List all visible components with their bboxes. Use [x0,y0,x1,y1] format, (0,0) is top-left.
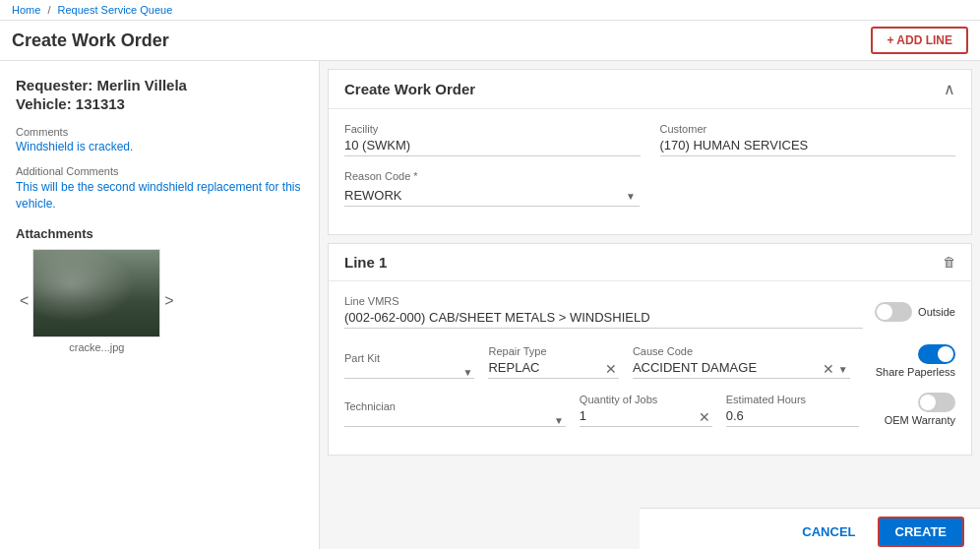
work-order-section-body: Facility 10 (SWKM) Customer (170) HUMAN … [329,109,971,234]
vmrs-label: Line VMRS [344,295,863,307]
reason-code-select[interactable]: REWORK WARRANTY RECALL [344,185,640,207]
create-button[interactable]: CREATE [878,517,964,547]
comments-label: Comments [16,126,303,138]
share-paperless-toggle-group: Share Paperless [876,344,955,379]
breadcrumb-separator: / [47,4,53,16]
facility-label: Facility [344,123,641,135]
add-line-button[interactable]: + ADD LINE [871,27,968,54]
reason-code-row: Reason Code * REWORK WARRANTY RECALL [344,170,955,207]
part-kit-dropdown-button[interactable]: ▼ [461,367,475,378]
estimated-hours-field: 0.6 [726,408,859,427]
work-order-section: Create Work Order ∧ Facility 10 (SWKM) C… [328,69,972,235]
oem-warranty-toggle[interactable] [918,393,955,412]
technician-field: ▼ [344,415,566,427]
main-content: Requester: Merlin Villela Vehicle: 13131… [0,61,980,549]
repair-type-value: REPLAC [488,360,602,378]
technician-label: Technician [344,400,566,412]
fields-row-1: Part Kit ▼ Repair Type REPLAC ✕ [344,344,955,379]
technician-value [344,419,552,422]
vmrs-group: Line VMRS (002-062-000) CAB/SHEET METALS… [344,295,863,329]
right-wrapper: Create Work Order ∧ Facility 10 (SWKM) C… [320,61,980,549]
quantity-value: 1 [580,408,697,426]
facility-value: 10 (SWKM) [344,138,641,156]
cause-code-value: ACCIDENT DAMAGE [633,360,821,378]
comments-text: Windshield is cracked. [16,140,303,153]
estimated-hours-label: Estimated Hours [726,394,859,405]
share-paperless-label: Share Paperless [876,366,955,379]
part-kit-group: Part Kit ▼ [344,352,474,379]
customer-value: (170) HUMAN SERVICES [660,138,956,156]
reason-code-select-wrapper: REWORK WARRANTY RECALL [344,185,640,207]
quantity-group: Quantity of Jobs 1 ✕ [580,394,712,427]
cause-code-group: Cause Code ACCIDENT DAMAGE ✕ ▼ [633,345,850,379]
breadcrumb: Home / Request Service Queue [0,0,980,21]
oem-warranty-toggle-group: OEM Warranty [885,393,955,427]
reason-code-label: Reason Code * [344,170,640,182]
breadcrumb-home[interactable]: Home [12,4,40,16]
attachment-thumbnail [32,249,160,337]
attachments-label: Attachments [16,226,303,241]
technician-dropdown-button[interactable]: ▼ [552,415,566,426]
footer: CANCEL CREATE [640,508,980,549]
page-header: Create Work Order + ADD LINE [0,21,980,61]
line-header: Line 1 🗑 [329,244,971,281]
collapse-button[interactable]: ∧ [944,80,955,98]
attachment-thumbnail-wrapper: cracke...jpg [32,249,160,353]
repair-type-label: Repair Type [488,345,618,357]
quantity-label: Quantity of Jobs [580,394,712,405]
additional-comments-label: Additional Comments [16,165,303,177]
facility-group: Facility 10 (SWKM) [344,123,641,156]
quantity-field: 1 ✕ [580,408,712,427]
additional-comments-text: This will be the second windshield repla… [16,179,303,213]
next-attachment-button[interactable]: > [160,288,177,314]
vmrs-row: Line VMRS (002-062-000) CAB/SHEET METALS… [344,295,955,329]
quantity-clear-button[interactable]: ✕ [697,409,712,425]
repair-type-group: Repair Type REPLAC ✕ [488,345,618,379]
line-body: Line VMRS (002-062-000) CAB/SHEET METALS… [329,281,971,455]
delete-line-button[interactable]: 🗑 [943,255,955,270]
technician-group: Technician ▼ [344,400,566,427]
vehicle-info: Vehicle: 131313 [16,95,303,112]
breadcrumb-queue[interactable]: Request Service Queue [58,4,173,16]
cause-code-field: ACCIDENT DAMAGE ✕ ▼ [633,360,850,379]
cause-code-clear-button[interactable]: ✕ [821,361,836,377]
outside-toggle[interactable] [875,302,912,322]
page-title: Create Work Order [12,30,169,51]
outside-label: Outside [918,306,955,318]
cause-code-label: Cause Code [633,345,850,357]
cancel-button[interactable]: CANCEL [790,518,867,545]
oem-warranty-label: OEM Warranty [885,414,955,427]
left-panel: Requester: Merlin Villela Vehicle: 13131… [0,61,320,549]
attachment-filename: cracke...jpg [32,341,160,353]
requester-name: Requester: Merlin Villela [16,77,303,93]
reason-code-group: Reason Code * REWORK WARRANTY RECALL [344,170,640,207]
attachment-container: < cracke...jpg > [16,249,303,353]
work-order-section-title: Create Work Order [344,81,475,97]
customer-label: Customer [660,123,956,135]
part-kit-field: ▼ [344,367,474,379]
share-paperless-toggle[interactable] [918,344,955,364]
part-kit-label: Part Kit [344,352,474,364]
fields-row-2: Technician ▼ Quantity of Jobs 1 ✕ [344,393,955,427]
work-order-section-header: Create Work Order ∧ [329,70,971,109]
line-section: Line 1 🗑 Line VMRS (002-062-000) CAB/SHE… [328,243,972,456]
prev-attachment-button[interactable]: < [16,288,32,314]
right-scroll: Create Work Order ∧ Facility 10 (SWKM) C… [320,61,980,549]
outside-toggle-group: Outside [875,302,955,322]
repair-type-clear-button[interactable]: ✕ [603,361,619,377]
line-title: Line 1 [344,254,387,271]
facility-customer-row: Facility 10 (SWKM) Customer (170) HUMAN … [344,123,955,156]
repair-type-field: REPLAC ✕ [488,360,618,379]
customer-group: Customer (170) HUMAN SERVICES [660,123,956,156]
part-kit-value [344,371,461,374]
cause-code-dropdown-button[interactable]: ▼ [836,364,850,375]
estimated-hours-group: Estimated Hours 0.6 [726,394,859,427]
estimated-hours-value: 0.6 [726,408,859,426]
vmrs-value: (002-062-000) CAB/SHEET METALS > WINDSHI… [344,310,863,329]
